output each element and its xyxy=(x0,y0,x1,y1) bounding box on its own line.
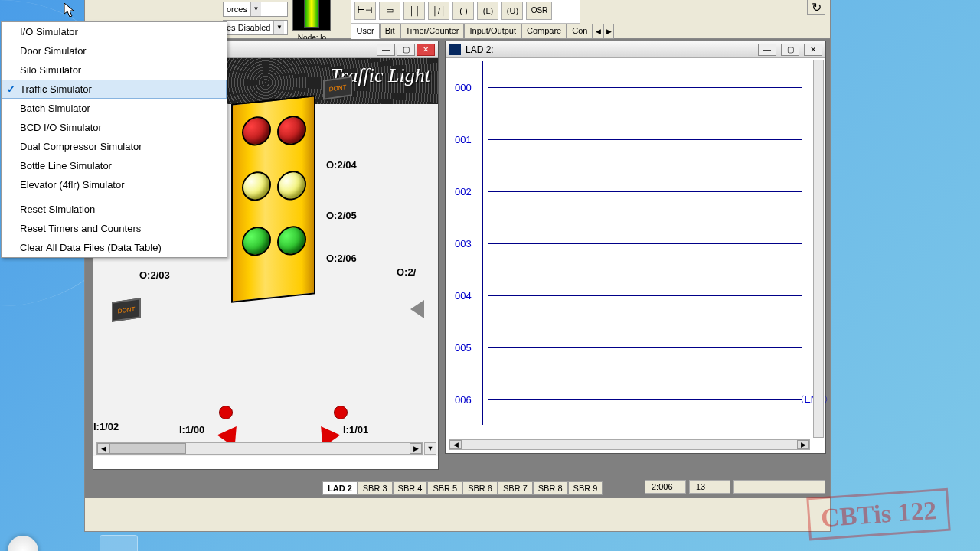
vehicle-sensor xyxy=(334,406,348,419)
file-tab-sbr4[interactable]: SBR 4 xyxy=(393,481,428,495)
rung: 006〈END〉 xyxy=(455,373,816,425)
instruction-tabs: User Bit Timer/Counter Input/Output Comp… xyxy=(351,24,827,39)
otl-tool[interactable]: (L) xyxy=(477,2,498,20)
file-tabs: LAD 2 SBR 3 SBR 4 SBR 5 SBR 6 SBR 7 SBR … xyxy=(322,481,603,495)
tab-io[interactable]: Input/Output xyxy=(464,24,521,39)
menu-item-reset-timers[interactable]: Reset Timers and Counters xyxy=(2,219,227,238)
ote-tool[interactable]: ( ) xyxy=(452,2,474,20)
menu-item-bottle-sim[interactable]: Bottle Line Simulator xyxy=(2,156,227,175)
sim-hscroll[interactable]: ◀ ▶ xyxy=(96,442,423,455)
ladder-content[interactable]: 000 001 002 003 004 005 006〈END〉 xyxy=(446,58,825,433)
menu-item-io-sim[interactable]: I/O Simulator xyxy=(2,22,227,41)
tab-scroll-left[interactable]: ◀ xyxy=(593,24,603,39)
addr-label-o2r: O:2/ xyxy=(397,266,416,278)
menu-item-traffic-sim[interactable]: Traffic Simulator xyxy=(2,80,227,99)
dont-walk-sign: DONT xyxy=(323,76,352,99)
traffic-light-pole xyxy=(231,95,315,303)
addr-label-o203: O:2/03 xyxy=(139,269,170,281)
file-tab-sbr9[interactable]: SBR 9 xyxy=(568,481,603,495)
xio-tool[interactable]: ┤/├ xyxy=(428,2,449,20)
rung: 004 xyxy=(455,269,816,321)
xic-tool[interactable]: ┤├ xyxy=(403,2,425,20)
file-tab-sbr8[interactable]: SBR 8 xyxy=(533,481,568,495)
watermark: CBTis 122 xyxy=(806,488,951,541)
tab-timer[interactable]: Timer/Counter xyxy=(400,24,465,39)
addr-label-i102: I:1/02 xyxy=(93,421,119,432)
close-button[interactable]: ✕ xyxy=(804,44,822,56)
status-bar: 2:006 13 xyxy=(645,480,825,494)
menu-item-reset-sim[interactable]: Reset Simulation xyxy=(2,200,227,219)
close-button[interactable]: ✕ xyxy=(416,44,435,56)
tab-bit[interactable]: Bit xyxy=(380,24,400,39)
addr-label-i100: I:1/00 xyxy=(179,424,204,435)
menu-item-dualcomp-sim[interactable]: Dual Compressor Simulator xyxy=(2,137,227,156)
mdi-area: — ▢ ✕ Traffic Light DONT DONT xyxy=(85,39,830,498)
menu-item-silo-sim[interactable]: Silo Simulator xyxy=(2,60,227,80)
start-button[interactable] xyxy=(8,536,38,551)
menu-item-elevator-sim[interactable]: Elevator (4flr) Simulator xyxy=(2,175,227,194)
refresh-button[interactable]: ↻ xyxy=(807,0,825,15)
otu-tool[interactable]: (U) xyxy=(501,2,523,20)
sim-vscroll-down[interactable]: ▼ xyxy=(424,442,436,455)
scroll-left[interactable]: ◀ xyxy=(97,443,109,454)
tab-user[interactable]: User xyxy=(351,24,379,39)
menu-item-bcd-sim[interactable]: BCD I/O Simulator xyxy=(2,118,227,137)
file-tab-sbr5[interactable]: SBR 5 xyxy=(427,481,462,495)
osr-tool[interactable]: OSR xyxy=(526,2,552,20)
file-tab-sbr6[interactable]: SBR 6 xyxy=(462,481,498,495)
file-tab-sbr3[interactable]: SBR 3 xyxy=(358,481,393,495)
dont-walk-sign: DONT xyxy=(112,298,141,321)
file-tab-sbr7[interactable]: SBR 7 xyxy=(498,481,533,495)
rung: 002 xyxy=(455,165,816,217)
tab-more[interactable]: Con xyxy=(567,24,593,39)
tab-compare[interactable]: Compare xyxy=(521,24,567,39)
scroll-right[interactable]: ▶ xyxy=(797,440,809,449)
file-tab-lad2[interactable]: LAD 2 xyxy=(322,481,358,495)
ladder-window: LAD 2: — ▢ ✕ 000 001 002 003 004 005 006… xyxy=(445,41,826,454)
scroll-right[interactable]: ▶ xyxy=(410,443,422,454)
rung-tool[interactable]: ⊢⊣ xyxy=(354,2,376,20)
scroll-left[interactable]: ◀ xyxy=(449,440,462,449)
branch-tool[interactable]: ▭ xyxy=(379,2,400,20)
ladder-hscroll[interactable]: ◀ ▶ xyxy=(449,439,810,450)
taskbar-icon[interactable] xyxy=(100,535,138,551)
status-col: 13 xyxy=(689,480,730,494)
app-window: ▦ × 🔍 🔍 orces▼ es Disabled▼ Node: lo ⊢⊣ … xyxy=(84,0,831,532)
node-icon xyxy=(292,0,331,31)
rung: 000 xyxy=(455,61,816,113)
addr-label-o205: O:2/05 xyxy=(326,210,357,221)
ladder-icon xyxy=(449,44,461,55)
forces-dropdown[interactable]: orces▼ xyxy=(223,2,288,17)
ladder-title: LAD 2: xyxy=(466,44,753,55)
disabled-dropdown[interactable]: es Disabled▼ xyxy=(223,20,288,35)
ladder-titlebar: LAD 2: — ▢ ✕ xyxy=(446,41,825,58)
simulations-menu: I/O Simulator Door Simulator Silo Simula… xyxy=(1,21,227,258)
menu-item-clear-data[interactable]: Clear All Data Files (Data Table) xyxy=(2,238,227,257)
minimize-button[interactable]: — xyxy=(758,44,776,56)
rung: 005 xyxy=(455,321,816,373)
status-rung: 2:006 xyxy=(645,480,686,494)
ladder-vscroll[interactable] xyxy=(813,60,824,438)
maximize-button[interactable]: ▢ xyxy=(397,44,415,56)
status-empty xyxy=(733,480,825,494)
menu-item-door-sim[interactable]: Door Simulator xyxy=(2,41,227,60)
addr-label-o206: O:2/06 xyxy=(326,253,357,264)
maximize-button[interactable]: ▢ xyxy=(781,44,799,56)
rung: 003 xyxy=(455,217,816,269)
addr-label-i101: I:1/01 xyxy=(343,424,368,435)
tab-scroll-right[interactable]: ▶ xyxy=(603,24,614,39)
rung: 001 xyxy=(455,113,816,165)
minimize-button[interactable]: — xyxy=(377,44,395,56)
addr-label-o204: O:2/04 xyxy=(326,159,357,171)
menu-item-batch-sim[interactable]: Batch Simulator xyxy=(2,99,227,118)
